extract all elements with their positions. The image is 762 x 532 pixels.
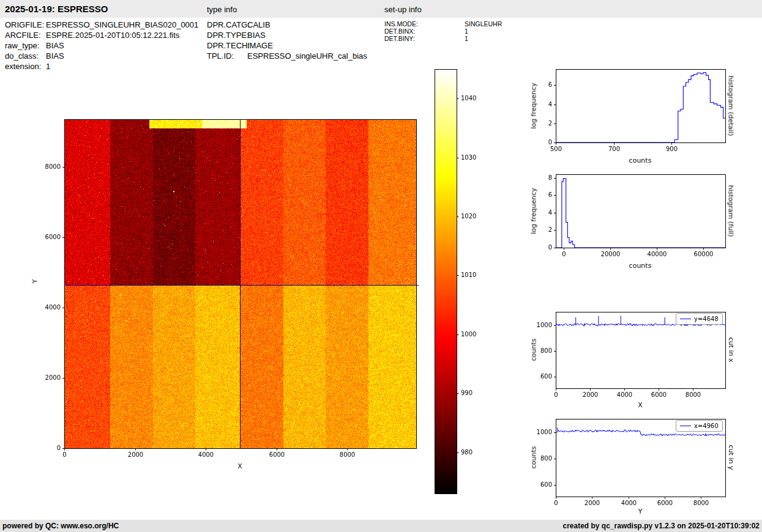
- hist-full-side-label: histogram (full): [727, 185, 735, 237]
- main-ylabel: Y: [31, 279, 39, 284]
- metadata-key: do_class:: [5, 51, 46, 61]
- file-info-panel: ORIGFILE:ESPRESSO_SINGLEUHR_BIAS020_0001…: [5, 20, 198, 72]
- type-info-heading: type info: [207, 5, 237, 14]
- cut-y-legend-label: x=4960: [694, 423, 719, 429]
- metadata-row: DET.BINX:1: [384, 28, 502, 35]
- metadata-row: do_class:BIAS: [5, 51, 198, 61]
- metadata-key: DPR.TYPE:: [207, 30, 247, 40]
- detector-image-canvas: [28, 113, 428, 480]
- colorbar-canvas: [428, 64, 490, 501]
- setup-info-panel: INS.MODE:SINGLEUHR DET.BINX:1 DET.BINY:1: [384, 20, 502, 42]
- hist-detail-ylabel: log frequency: [530, 83, 538, 128]
- hist-detail-side-label: histogram (detail): [727, 76, 735, 136]
- cut-y-ylabel: counts: [530, 446, 538, 469]
- cut-y-legend: x=4960: [676, 420, 723, 432]
- metadata-row: DPR.TYPE:BIAS: [207, 30, 367, 40]
- footer-left-text: powered by QC: www.eso.org/HC: [2, 520, 119, 532]
- metadata-value: 1: [465, 28, 468, 35]
- metadata-row: DPR.CATG:CALIB: [207, 20, 367, 30]
- metadata-value: IMAGE: [247, 41, 273, 50]
- hist-full-ylabel: log frequency: [530, 188, 538, 234]
- page-title: 2025-01-19: ESPRESSO: [5, 4, 108, 14]
- metadata-row: extension:1: [5, 61, 198, 72]
- metadata-value: ESPRESSO_singleUHR_cal_bias: [247, 51, 367, 61]
- metadata-key: INS.MODE:: [384, 20, 465, 28]
- metadata-key: ARCFILE:: [5, 30, 46, 40]
- footer-right-text: created by qc_rawdisp.py v1.2.3 on 2025-…: [563, 520, 760, 532]
- metadata-row: raw_type:BIAS: [5, 40, 198, 51]
- metadata-key: DET.BINY:: [384, 35, 465, 42]
- metadata-value: ESPRESSO_SINGLEUHR_BIAS020_0001: [46, 20, 198, 29]
- footer-bar: powered by QC: www.eso.org/HC created by…: [0, 520, 762, 532]
- metadata-key: TPL.ID:: [207, 51, 247, 61]
- legend-line-sample: [680, 426, 691, 426]
- metadata-key: DPR.CATG:: [207, 20, 247, 30]
- metadata-key: raw_type:: [5, 40, 46, 51]
- cut-x-side-label: cut in x: [727, 338, 735, 363]
- cut-x-xlabel: X: [638, 401, 643, 409]
- metadata-row: DET.BINY:1: [384, 35, 502, 42]
- qc-report-page: 2025-01-19: ESPRESSO type info set-up in…: [0, 0, 762, 532]
- histogram-full-canvas: [523, 166, 734, 265]
- metadata-key: extension:: [5, 61, 46, 72]
- main-xlabel: X: [237, 462, 242, 470]
- metadata-value: 1: [46, 62, 50, 71]
- hist-full-xlabel: counts: [629, 262, 652, 270]
- type-info-panel: DPR.CATG:CALIB DPR.TYPE:BIAS DPR.TECH:IM…: [207, 20, 367, 61]
- setup-info-heading: set-up info: [384, 5, 422, 14]
- metadata-row: ORIGFILE:ESPRESSO_SINGLEUHR_BIAS020_0001: [5, 20, 198, 30]
- cut-y-xlabel: Y: [638, 508, 643, 515]
- legend-line-sample: [680, 319, 691, 319]
- metadata-row: DPR.TECH:IMAGE: [207, 40, 367, 51]
- cut-x-ylabel: counts: [530, 339, 538, 361]
- metadata-key: DET.BINX:: [384, 28, 465, 35]
- metadata-row: TPL.ID:ESPRESSO_singleUHR_cal_bias: [207, 51, 367, 61]
- cut-y-side-label: cut in y: [727, 445, 735, 470]
- metadata-row: ARCFILE:ESPRE.2025-01-20T10:05:12.221.fi…: [5, 30, 198, 40]
- metadata-value: BIAS: [46, 51, 64, 61]
- histogram-detail-canvas: [523, 61, 734, 160]
- metadata-value: BIAS: [46, 41, 64, 50]
- cut-x-legend-label: y=4648: [694, 316, 719, 322]
- metadata-value: CALIB: [247, 20, 271, 29]
- metadata-row: INS.MODE:SINGLEUHR: [384, 20, 502, 28]
- metadata-key: ORIGFILE:: [5, 20, 46, 30]
- hist-detail-xlabel: counts: [629, 157, 652, 164]
- metadata-value: BIAS: [247, 31, 266, 40]
- cut-x-legend: y=4648: [676, 313, 723, 325]
- metadata-value: 1: [465, 35, 468, 42]
- header-bar: 2025-01-19: ESPRESSO type info set-up in…: [0, 0, 762, 18]
- metadata-value: SINGLEUHR: [465, 20, 502, 28]
- metadata-key: DPR.TECH:: [207, 40, 247, 51]
- metadata-value: ESPRE.2025-01-20T10:05:12.221.fits: [46, 31, 179, 40]
